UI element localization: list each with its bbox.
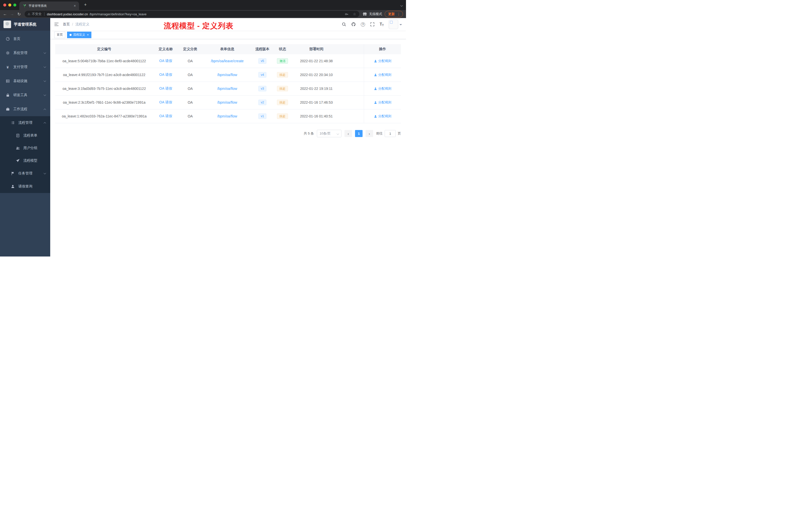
column-header: 定义编号	[55, 44, 153, 54]
back-button[interactable]: ←	[1, 10, 8, 18]
sidebar-item-user-group[interactable]: 用户分组	[0, 142, 50, 154]
sidebar-item-infrastructure[interactable]: 基础设施	[0, 74, 50, 88]
definition-name-link[interactable]: OA 请假	[159, 86, 172, 91]
goto-page-input[interactable]	[385, 130, 396, 137]
url-domain: dashboard.yudao.iocoder.cn	[47, 12, 88, 16]
pagination-total: 共 5 条	[304, 131, 314, 136]
minimize-window-button[interactable]	[8, 3, 11, 6]
sidebar-item-label: 系统管理	[13, 51, 27, 55]
forward-button[interactable]: →	[8, 10, 16, 18]
form-link[interactable]: /bpm/oa/flow	[217, 100, 237, 104]
chevron-up-icon	[44, 109, 46, 111]
server-icon	[5, 79, 10, 83]
row-spacer	[340, 110, 364, 123]
url-path: /bpm/manager/definition?key=oa_leave	[89, 12, 146, 16]
breadcrumb-current: 流程定义	[75, 22, 89, 27]
address-bar[interactable]: ⚠ 不安全 dashboard.yudao.iocoder.cn/bpm/man…	[25, 11, 359, 17]
reload-button[interactable]: ↻	[16, 10, 23, 18]
font-size-icon[interactable]: TT	[380, 22, 384, 27]
sidebar-item-label: 工作流程	[13, 107, 27, 112]
form-link[interactable]: /bpm/oa/flow	[217, 114, 237, 118]
chevron-down-icon	[44, 79, 46, 82]
hamburger-icon[interactable]	[54, 23, 59, 26]
definition-name-link[interactable]: OA 请假	[159, 114, 172, 118]
chevron-down-icon	[44, 172, 46, 174]
tab-title: 芋道管理系统	[29, 4, 70, 8]
table-row: oa_leave:4:991f2193-7b7f-11ec-a3c8-acde4…	[55, 68, 401, 82]
assign-rule-link[interactable]: 分配规则	[374, 100, 392, 105]
tag-home[interactable]: 首页	[54, 32, 65, 38]
sidebar-item-leave-query[interactable]: 请假查询	[0, 180, 50, 193]
sidebar-item-task-management[interactable]: 任务管理	[0, 167, 50, 180]
breadcrumb: 首页 / 流程定义	[63, 22, 89, 27]
help-icon[interactable]: ?	[361, 22, 365, 27]
tab-close-icon[interactable]: ×	[72, 3, 77, 8]
browser-toolbar: ← → ↻ ⚠ 不安全 dashboard.yudao.iocoder.cn/b…	[0, 10, 406, 18]
form-link[interactable]: /bpm/oa/flow	[217, 87, 237, 91]
tag-close-icon[interactable]: ×	[87, 33, 89, 37]
tab-search-chevron-icon[interactable]	[401, 3, 403, 7]
sidebar-item-devtools[interactable]: 研发工具	[0, 88, 50, 102]
page-1-button[interactable]: 1	[355, 130, 362, 137]
definition-name-link[interactable]: OA 请假	[159, 59, 172, 63]
user-menu[interactable]	[389, 20, 402, 29]
sidebar-item-label: 用户分组	[23, 146, 37, 150]
status-badge: 挂起	[277, 114, 288, 119]
new-tab-button[interactable]: +	[82, 2, 89, 8]
chevron-down-icon	[337, 132, 339, 135]
bookmark-star-icon[interactable]: ☆	[351, 11, 358, 17]
definition-name-link[interactable]: OA 请假	[159, 72, 172, 77]
dashboard-icon	[5, 37, 10, 41]
close-window-button[interactable]	[3, 3, 6, 6]
user-icon	[374, 59, 377, 63]
breadcrumb-home[interactable]: 首页	[63, 22, 70, 27]
table-row: oa_leave:5:004b710b-7b8a-11ec-8ef0-acde4…	[55, 54, 401, 68]
briefcase-icon	[5, 107, 10, 112]
browser-menu-dots-icon[interactable]: ⋮	[397, 12, 401, 16]
form-link[interactable]: /bpm/oa/flow	[217, 73, 237, 77]
pagination-goto: 前往 页	[376, 130, 401, 137]
logo-image	[3, 20, 11, 28]
github-icon[interactable]	[351, 22, 356, 27]
search-icon[interactable]	[342, 22, 346, 27]
fullscreen-icon[interactable]	[370, 22, 375, 27]
sidebar-item-home[interactable]: 首页	[0, 32, 50, 46]
browser-tab[interactable]: 芋道管理系统 ×	[19, 1, 79, 10]
column-header: 定义分类	[178, 44, 202, 54]
chrome-update-button[interactable]: 更新 ⋮	[385, 11, 403, 17]
security-label[interactable]: 不安全	[32, 12, 42, 16]
maximize-window-button[interactable]	[13, 3, 16, 6]
sidebar-item-payment[interactable]: ¥ 支付管理	[0, 60, 50, 74]
definition-name-link[interactable]: OA 请假	[159, 100, 172, 105]
sidebar-item-process-model[interactable]: 流程模型	[0, 154, 50, 167]
status-badge: 挂起	[277, 72, 288, 78]
deploy-time: 2022-01-22 19:19:11	[292, 82, 340, 95]
navbar-actions: ? TT	[342, 20, 402, 29]
definition-category: OA	[178, 82, 202, 95]
app-logo[interactable]: 芋道管理系统	[0, 18, 50, 31]
avatar[interactable]	[389, 20, 398, 29]
sidebar-item-process-management[interactable]: 流程管理	[0, 116, 50, 129]
page-size-select[interactable]: 10条/页	[317, 130, 342, 137]
password-key-icon[interactable]	[343, 11, 350, 17]
sidebar-item-process-form[interactable]: 流程表单	[0, 129, 50, 142]
assign-rule-link[interactable]: 分配规则	[374, 59, 392, 63]
prev-page-button[interactable]: ‹	[345, 130, 352, 137]
table-row: oa_leave:1:482ec033-762a-11ec-8477-a2380…	[55, 110, 401, 123]
tag-process-definition[interactable]: 流程定义 ×	[67, 32, 91, 38]
user-icon	[374, 87, 377, 90]
app-title: 芋道管理系统	[14, 22, 36, 27]
assign-rule-link[interactable]: 分配规则	[374, 72, 392, 77]
sidebar-item-system[interactable]: 系统管理	[0, 46, 50, 60]
page-size-value: 10条/页	[320, 131, 331, 136]
sidebar-item-workflow[interactable]: 工作流程	[0, 102, 50, 116]
sidebar-item-label: 支付管理	[13, 65, 27, 69]
next-page-button[interactable]: ›	[366, 130, 373, 137]
version-badge: v5	[258, 58, 267, 64]
pagination: 共 5 条 10条/页 ‹ 1 › 前往 页	[55, 130, 401, 137]
column-header: 部署时间	[292, 44, 340, 54]
assign-rule-link[interactable]: 分配规则	[374, 114, 392, 118]
form-link[interactable]: /bpm/oa/leave/create	[211, 59, 244, 63]
assign-rule-link[interactable]: 分配规则	[374, 86, 392, 91]
chevron-down-icon	[44, 93, 46, 96]
